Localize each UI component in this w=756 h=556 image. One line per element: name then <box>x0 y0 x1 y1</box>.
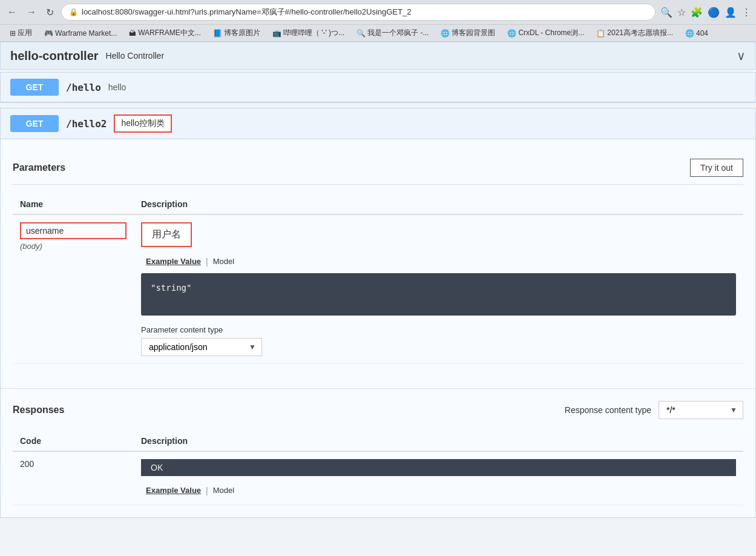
bookmark-dengfengzi[interactable]: 🔍 我是一个邓疯子 -... <box>352 27 433 39</box>
response-content-type-select-wrapper: */* <box>659 401 743 419</box>
endpoint-path-hello: /hello <box>66 82 101 93</box>
example-value-tab[interactable]: Example Value <box>141 254 206 268</box>
swagger-content: hello-controller Hello Controller ∨ GET … <box>0 42 756 551</box>
get-badge-hello2: GET <box>10 115 59 132</box>
search-icon[interactable]: 🔍 <box>660 7 672 18</box>
param-desc-cell: 用户名 Example Value | Model "string" Para <box>134 214 743 364</box>
response-code-200: 200 <box>20 459 34 469</box>
menu-icon[interactable]: ⋮ <box>741 7 751 18</box>
404-icon: 🌐 <box>685 29 694 38</box>
lock-icon: 🔒 <box>69 8 78 16</box>
address-text: localhost:8080/swagger-ui.html?urls.prim… <box>82 7 648 18</box>
reload-button[interactable]: ↻ <box>44 5 56 19</box>
controller-description: Hello Controller <box>106 51 164 61</box>
response-model-tab[interactable]: Model <box>208 483 239 497</box>
bookmark-blog-img[interactable]: 📘 博客原图片 <box>208 27 265 39</box>
endpoint-hello-row[interactable]: GET /hello hello <box>1 73 755 102</box>
response-content-type-wrapper: Response content type */* <box>565 401 743 419</box>
responses-col-description: Description <box>134 431 743 451</box>
params-col-description: Description <box>134 194 743 214</box>
responses-section: Responses Response content type */* Code… <box>1 388 755 517</box>
content-type-select[interactable]: application/json <box>141 338 262 356</box>
parameters-title: Parameters <box>13 162 65 173</box>
parameters-header: Parameters Try it out <box>13 151 743 185</box>
content-type-label: Parameter content type <box>141 325 736 334</box>
get-badge-hello: GET <box>10 79 59 96</box>
endpoint-path-hello2: /hello2 <box>66 118 107 130</box>
response-example-value-tab[interactable]: Example Value <box>141 483 206 497</box>
extension-icon[interactable]: 🧩 <box>691 7 703 18</box>
model-tab[interactable]: Model <box>208 254 239 268</box>
param-description-username: 用户名 <box>141 222 192 247</box>
response-code-cell: 200 <box>13 451 134 505</box>
content-type-select-wrapper: application/json <box>141 338 262 356</box>
bookmark-gaokao[interactable]: 📋 2021高考志愿填报... <box>591 27 678 39</box>
controller-title: hello-controller <box>10 49 99 63</box>
bookmark-warframe-market[interactable]: 🎮 Warframe Market... <box>39 28 122 39</box>
params-col-name: Name <box>13 194 134 214</box>
blog-bg-icon: 🌐 <box>441 29 450 38</box>
address-bar[interactable]: 🔒 localhost:8080/swagger-ui.html?urls.pr… <box>61 4 656 21</box>
param-name-cell: username (body) <box>13 214 134 364</box>
browser-chrome: ← → ↻ 🔒 localhost:8080/swagger-ui.html?u… <box>0 0 756 25</box>
responses-col-code: Code <box>13 431 134 451</box>
toolbar-icons: 🔍 ☆ 🧩 🔵 👤 ⋮ <box>660 7 751 18</box>
warframe-market-icon: 🎮 <box>44 29 53 38</box>
bookmark-star-icon[interactable]: ☆ <box>677 7 686 18</box>
bookmark-blog-bg[interactable]: 🌐 博客园背景图 <box>436 27 500 39</box>
try-it-out-button[interactable]: Try it out <box>690 159 743 177</box>
endpoint-hello2: GET /hello2 hello控制类 Parameters Try it o… <box>0 108 756 518</box>
profile-icon[interactable]: 👤 <box>725 7 737 18</box>
endpoint-hello: GET /hello hello <box>0 72 756 103</box>
bookmarks-bar: ⊞ 应用 🎮 Warframe Market... 🏔 WARFRAME中文..… <box>0 25 756 42</box>
response-row-200: 200 OK Example Value | Model <box>13 451 743 505</box>
bookmark-apps[interactable]: ⊞ 应用 <box>5 27 37 39</box>
apps-grid-icon: ⊞ <box>10 29 16 38</box>
response-ok-badge: OK <box>141 459 736 476</box>
blog-img-icon: 📘 <box>213 29 222 38</box>
crxdl-icon: 🌐 <box>507 29 516 38</box>
gaokao-icon: 📋 <box>596 29 605 38</box>
example-tabs: Example Value | Model <box>141 254 736 268</box>
bookmark-crxdl[interactable]: 🌐 CrxDL - Chrome浏... <box>502 27 589 39</box>
param-row-username: username (body) 用户名 Example Value | Mo <box>13 214 743 364</box>
bookmark-warframe-cn[interactable]: 🏔 WARFRAME中文... <box>124 27 206 39</box>
endpoint-hello2-row[interactable]: GET /hello2 hello控制类 <box>1 108 755 139</box>
endpoint-expanded-content: Parameters Try it out Name Description u… <box>1 139 755 388</box>
endpoint-tooltip-hello2: hello控制类 <box>114 114 172 133</box>
response-example-tabs: Example Value | Model <box>141 483 736 497</box>
parameters-table: Name Description username (body) <box>13 194 743 364</box>
code-block-username: "string" <box>141 273 736 316</box>
responses-title: Responses <box>13 405 64 415</box>
bookmark-bilibili[interactable]: 📺 哔哩哔哩（ '-' )つ... <box>268 27 349 39</box>
responses-header: Responses Response content type */* <box>13 401 743 419</box>
controller-header[interactable]: hello-controller Hello Controller ∨ <box>0 42 756 70</box>
forward-button[interactable]: → <box>24 5 39 19</box>
param-name-username: username <box>20 222 127 239</box>
param-location-username: (body) <box>20 242 127 251</box>
endpoint-summary-hello: hello <box>108 82 127 92</box>
response-content-type-select[interactable]: */* <box>659 401 743 419</box>
dengfengzi-icon: 🔍 <box>357 29 366 38</box>
warframe-cn-icon: 🏔 <box>129 29 136 38</box>
bookmark-apps-label: 应用 <box>18 28 32 38</box>
responses-table: Code Description 200 OK Example Value <box>13 431 743 505</box>
bilibili-icon: 📺 <box>272 29 281 38</box>
code-value-username: "string" <box>151 283 191 293</box>
response-desc-cell: OK Example Value | Model <box>134 451 743 505</box>
back-button[interactable]: ← <box>5 5 19 19</box>
bookmark-404[interactable]: 🌐 404 <box>680 28 713 39</box>
chrome-extension-icon[interactable]: 🔵 <box>708 7 720 18</box>
controller-chevron-icon[interactable]: ∨ <box>737 48 746 63</box>
response-content-type-label: Response content type <box>565 405 651 415</box>
